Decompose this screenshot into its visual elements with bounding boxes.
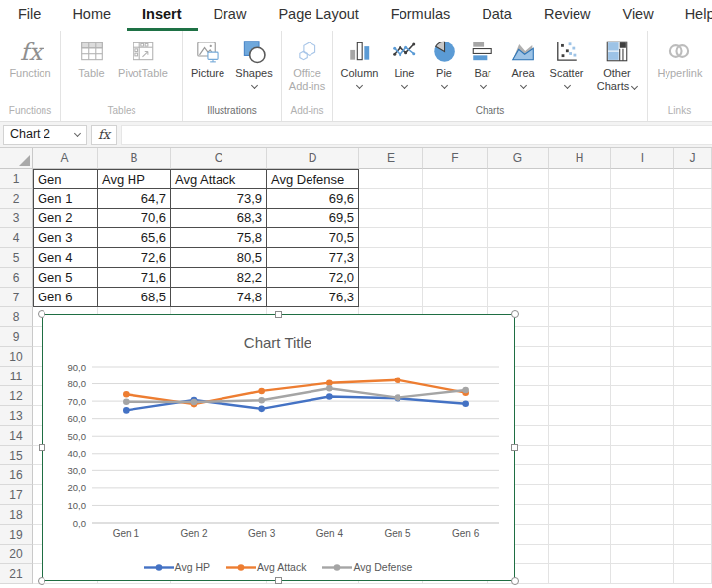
shapes-button[interactable]: Shapes (230, 36, 278, 88)
chart-handle-top-middle[interactable] (275, 311, 282, 318)
pie-chart-button[interactable]: Pie (426, 36, 462, 88)
cell-E1[interactable] (359, 169, 423, 189)
cell-J8[interactable] (674, 307, 712, 327)
picture-button[interactable]: Picture (186, 36, 229, 80)
cell-D7[interactable]: 76,3 (267, 288, 359, 307)
cell-I9[interactable] (611, 327, 674, 347)
row-header-16[interactable]: 16 (0, 465, 33, 485)
column-header-D[interactable]: D (267, 148, 359, 169)
cell-E7[interactable] (359, 288, 423, 307)
cell-H18[interactable] (549, 505, 611, 525)
cell-H10[interactable] (549, 347, 611, 367)
cell-H17[interactable] (549, 485, 611, 505)
cell-C7[interactable]: 74,8 (171, 288, 267, 307)
tab-data[interactable]: Data (466, 0, 528, 31)
cell-C3[interactable]: 68,3 (171, 209, 267, 228)
cell-J11[interactable] (674, 367, 712, 386)
name-box[interactable]: Chart 2 (3, 125, 87, 145)
cell-J14[interactable] (674, 426, 712, 446)
cell-C2[interactable]: 73,9 (171, 189, 267, 209)
cell-H2[interactable] (549, 189, 611, 209)
row-header-1[interactable]: 1 (0, 169, 33, 189)
scatter-chart-button[interactable]: Scatter (544, 36, 589, 88)
column-header-B[interactable]: B (98, 148, 171, 169)
cell-A6[interactable]: Gen 5 (33, 268, 98, 288)
cell-D6[interactable]: 72,0 (267, 268, 359, 288)
legend-item-avg-hp[interactable]: Avg HP (144, 561, 210, 573)
cell-J2[interactable] (674, 189, 712, 209)
cell-H3[interactable] (549, 209, 611, 228)
cell-D5[interactable]: 77,3 (267, 248, 359, 268)
cell-I5[interactable] (611, 248, 674, 268)
cell-J20[interactable] (674, 545, 712, 564)
cell-E2[interactable] (359, 189, 423, 209)
row-header-19[interactable]: 19 (0, 525, 33, 545)
cell-B6[interactable]: 71,6 (98, 268, 171, 288)
cell-H12[interactable] (549, 386, 611, 406)
cell-J5[interactable] (674, 248, 712, 268)
cell-J17[interactable] (674, 485, 712, 505)
column-header-F[interactable]: F (423, 148, 488, 169)
cell-H9[interactable] (549, 327, 611, 347)
column-header-G[interactable]: G (488, 148, 549, 169)
formula-input[interactable] (121, 125, 712, 145)
cell-G5[interactable] (488, 248, 549, 268)
cell-J4[interactable] (674, 228, 712, 248)
cell-J7[interactable] (674, 288, 712, 307)
cell-I12[interactable] (611, 386, 674, 406)
row-header-3[interactable]: 3 (0, 209, 33, 228)
chart-handle-bottom-middle[interactable] (275, 577, 282, 584)
hyperlink-button[interactable]: Hyperlink (658, 36, 703, 80)
cell-J10[interactable] (674, 347, 712, 367)
cell-J6[interactable] (674, 268, 712, 288)
cell-A1[interactable]: Gen (33, 169, 98, 189)
row-header-4[interactable]: 4 (0, 228, 33, 248)
select-all-corner[interactable] (0, 148, 33, 169)
cell-F1[interactable] (423, 169, 488, 189)
cell-H5[interactable] (549, 248, 611, 268)
cell-I7[interactable] (611, 288, 674, 307)
cell-B1[interactable]: Avg HP (98, 169, 171, 189)
cell-G2[interactable] (488, 189, 549, 209)
cell-B2[interactable]: 64,7 (98, 189, 171, 209)
office-addins-button[interactable]: OfficeAdd-ins (289, 36, 325, 93)
tab-page-layout[interactable]: Page Layout (262, 0, 374, 31)
cell-F6[interactable] (423, 268, 488, 288)
cell-A5[interactable]: Gen 4 (33, 248, 98, 268)
line-chart-button[interactable]: Line (384, 36, 425, 88)
column-header-H[interactable]: H (549, 148, 611, 169)
cell-I13[interactable] (611, 406, 674, 426)
cell-I21[interactable] (611, 564, 674, 584)
chart-handle-middle-right[interactable] (511, 444, 518, 451)
cell-I6[interactable] (611, 268, 674, 288)
row-header-13[interactable]: 13 (0, 406, 33, 426)
function-button[interactable]: fx Function (9, 36, 50, 80)
cell-C1[interactable]: Avg Attack (171, 169, 267, 189)
column-header-C[interactable]: C (171, 148, 267, 169)
cell-I15[interactable] (611, 446, 674, 465)
cell-I20[interactable] (611, 545, 674, 564)
tab-view[interactable]: View (606, 0, 668, 31)
cell-D4[interactable]: 70,5 (267, 228, 359, 248)
tab-help[interactable]: Help (669, 0, 712, 31)
cell-H1[interactable] (549, 169, 611, 189)
chart-handle-top-left[interactable] (38, 310, 45, 318)
cell-F2[interactable] (423, 189, 488, 209)
chart-handle-bottom-right[interactable] (511, 577, 519, 585)
cell-J15[interactable] (674, 446, 712, 465)
cell-H19[interactable] (549, 525, 611, 545)
cell-B7[interactable]: 68,5 (98, 288, 171, 307)
cell-H20[interactable] (549, 545, 611, 564)
column-header-J[interactable]: J (674, 148, 712, 169)
tab-home[interactable]: Home (56, 0, 127, 31)
cell-H6[interactable] (549, 268, 611, 288)
row-header-14[interactable]: 14 (0, 426, 33, 446)
tab-draw[interactable]: Draw (198, 0, 263, 31)
cell-H4[interactable] (549, 228, 611, 248)
cell-B5[interactable]: 72,6 (98, 248, 171, 268)
cell-F5[interactable] (423, 248, 488, 268)
pivottable-button[interactable]: PivotTable (114, 36, 173, 80)
cell-B4[interactable]: 65,6 (98, 228, 171, 248)
column-chart-button[interactable]: Column (336, 36, 383, 88)
bar-chart-button[interactable]: Bar (463, 36, 502, 88)
